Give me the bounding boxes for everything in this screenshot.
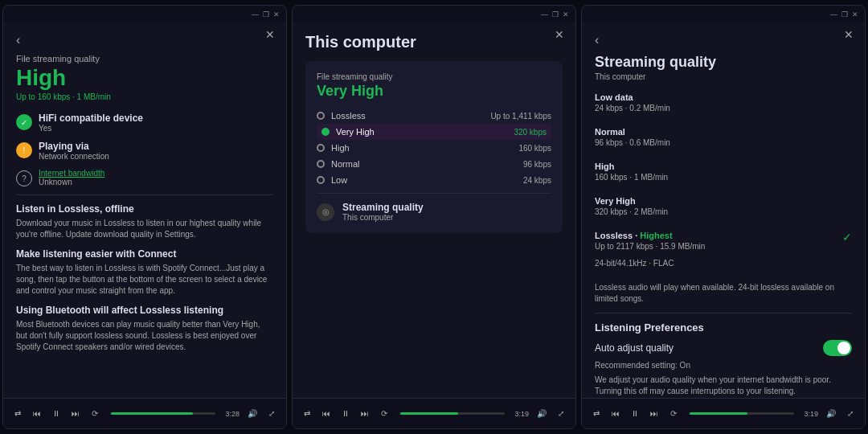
hifi-info: HiFi compatible device Yes (39, 113, 143, 133)
repeat-icon-1[interactable]: ⟳ (88, 407, 101, 420)
panel-1-content: ‹ ✕ File streaming quality High Up to 16… (3, 23, 286, 398)
p3-lossless-note: Lossless audio will play when available.… (595, 282, 852, 305)
streaming-icon: ◎ (317, 203, 334, 221)
p3-listening-title: Listening Preferences (595, 321, 852, 334)
playing-info: Playing via Network connection (39, 141, 109, 161)
close-x-1[interactable]: ✕ (265, 28, 275, 41)
p3-label-high: High (595, 162, 668, 171)
back-button-3[interactable]: ‹ (595, 33, 599, 47)
p3-item-veryhigh[interactable]: Very High 320 kbps · 2 MB/min (595, 196, 852, 224)
minimize-btn-2[interactable]: — (541, 10, 548, 18)
warn-icon-playing: ! (16, 142, 32, 158)
internet-sub: Unknown (39, 178, 104, 186)
shuffle-icon-3[interactable]: ⇄ (590, 407, 603, 420)
shuffle-icon-2[interactable]: ⇄ (301, 407, 313, 420)
restore-btn-3[interactable]: ❐ (841, 10, 848, 18)
dot-veryhigh (321, 128, 330, 136)
volume-icon-1[interactable]: 🔊 (246, 407, 259, 420)
progress-bar-2 (400, 412, 458, 415)
repeat-icon-3[interactable]: ⟳ (667, 407, 680, 420)
streaming-row[interactable]: ◎ Streaming quality This computer (317, 193, 551, 222)
quality-box: File streaming quality Very High Lossles… (305, 61, 563, 233)
quality-row-normal[interactable]: Normal 96 kbps (317, 156, 551, 172)
next-icon-3[interactable]: ⏭ (648, 407, 661, 420)
volume-icon-2[interactable]: 🔊 (535, 407, 548, 420)
auto-adjust-toggle[interactable] (823, 340, 852, 356)
quality-row-low[interactable]: Low 24 kbps (317, 172, 551, 188)
bottom-bar-1: ⇄ ⏮ ⏸ ⏭ ⟳ 3:28 🔊 ⤢ (3, 398, 286, 428)
progress-container-1[interactable] (111, 412, 215, 415)
panel-2-content: ✕ This computer File streaming quality V… (293, 23, 575, 398)
quality-row-lossless[interactable]: Lossless Up to 1,411 kbps (317, 108, 551, 124)
restore-btn-1[interactable]: ❐ (263, 10, 269, 18)
p3-label-lowdata: Low data (595, 92, 670, 102)
tip-title-3: Using Bluetooth will affect Lossless lis… (16, 305, 273, 316)
p3-sub: This computer (595, 72, 852, 81)
label-low: Low (331, 175, 347, 185)
repeat-icon-2[interactable]: ⟳ (378, 407, 391, 420)
shuffle-icon-1[interactable]: ⇄ (11, 407, 24, 420)
quality-row-veryhigh[interactable]: Very High 320 kbps (317, 124, 551, 140)
file-streaming-label-1: File streaming quality (16, 54, 273, 63)
titlebar-1: — ❐ ✕ (3, 6, 286, 23)
minimize-btn-1[interactable]: — (252, 10, 259, 18)
p3-item-normal[interactable]: Normal 96 kbps · 0.6 MB/min (595, 127, 852, 155)
prev-icon-1[interactable]: ⏮ (31, 407, 43, 420)
progress-container-2[interactable] (400, 412, 505, 415)
p3-item-lowdata-left: Low data 24 kbps · 0.2 MB/min (595, 92, 670, 121)
p3-recommended: Recommended setting: On (595, 361, 852, 370)
playing-row: ! Playing via Network connection (16, 141, 273, 161)
p3-val-normal: 96 kbps · 0.6 MB/min (595, 138, 670, 147)
streaming-info: Streaming quality This computer (342, 202, 424, 222)
panel-2: — ❐ ✕ ✕ This computer File streaming qua… (292, 5, 576, 429)
panel2-title: This computer (305, 33, 563, 51)
minimize-btn-3[interactable]: — (830, 10, 837, 18)
p3-lossless-detail: 24-bit/44.1kHz · FLAC (595, 259, 705, 268)
next-icon-2[interactable]: ⏭ (358, 407, 371, 420)
p3-item-lossless-left: Lossless · Highest Up to 2117 kbps · 15.… (595, 231, 705, 276)
label-normal: Normal (331, 159, 359, 169)
internet-title[interactable]: Internet bandwidth (39, 169, 104, 178)
progress-container-3[interactable] (690, 412, 794, 415)
p3-toggle-label: Auto adjust quality (595, 342, 674, 354)
dot-high (317, 144, 325, 152)
p3-item-lossless[interactable]: Lossless · Highest Up to 2117 kbps · 15.… (595, 231, 852, 276)
p3-item-high[interactable]: High 160 kbps · 1 MB/min (595, 162, 852, 190)
internet-info: Internet bandwidth Unknown (39, 169, 104, 186)
quality-row-high[interactable]: High 160 kbps (317, 140, 551, 156)
p3-label-veryhigh: Very High (595, 196, 668, 206)
close-btn-1[interactable]: ✕ (273, 10, 280, 18)
close-btn-2[interactable]: ✕ (563, 10, 569, 18)
fullscreen-icon-1[interactable]: ⤢ (265, 407, 278, 420)
next-icon-1[interactable]: ⏭ (69, 407, 82, 420)
close-x-3[interactable]: ✕ (844, 28, 854, 41)
fullscreen-icon-2[interactable]: ⤢ (555, 407, 567, 420)
play-icon-3[interactable]: ⏸ (628, 407, 641, 420)
play-icon-2[interactable]: ⏸ (339, 407, 352, 420)
prev-icon-2[interactable]: ⏮ (320, 407, 333, 420)
bottom-bar-2: ⇄ ⏮ ⏸ ⏭ ⟳ 3:19 🔊 ⤢ (293, 398, 575, 428)
close-btn-3[interactable]: ✕ (852, 10, 858, 18)
p3-desc: We adjust your audio quality when your i… (595, 375, 852, 397)
volume-icon-3[interactable]: 🔊 (825, 407, 837, 420)
p3-item-veryhigh-left: Very High 320 kbps · 2 MB/min (595, 196, 668, 224)
restore-btn-2[interactable]: ❐ (552, 10, 559, 18)
p3-label-normal: Normal (595, 127, 670, 137)
p2-file-label: File streaming quality (317, 72, 551, 81)
tip-2: Make listening easier with Connect The b… (16, 248, 273, 297)
back-button-1[interactable]: ‹ (16, 33, 20, 47)
tip-3: Using Bluetooth will affect Lossless lis… (16, 305, 273, 353)
checkmark-lossless: ✓ (842, 231, 852, 244)
titlebar-3: — ❐ ✕ (582, 6, 865, 23)
internet-row: ? Internet bandwidth Unknown (16, 169, 273, 186)
p3-title: Streaming quality (595, 54, 852, 71)
prev-icon-3[interactable]: ⏮ (609, 407, 622, 420)
p3-val-high: 160 kbps · 1 MB/min (595, 173, 668, 182)
play-icon-1[interactable]: ⏸ (50, 407, 63, 420)
p3-toggle-row: Auto adjust quality (595, 340, 852, 356)
panel-3: — ❐ ✕ ‹ ✕ Streaming quality This compute… (581, 5, 866, 429)
p3-item-lowdata[interactable]: Low data 24 kbps · 0.2 MB/min (595, 92, 852, 121)
tip-1: Listen in Lossless, offline Download you… (16, 203, 273, 240)
fullscreen-icon-3[interactable]: ⤢ (844, 407, 857, 420)
close-x-2[interactable]: ✕ (555, 28, 564, 41)
